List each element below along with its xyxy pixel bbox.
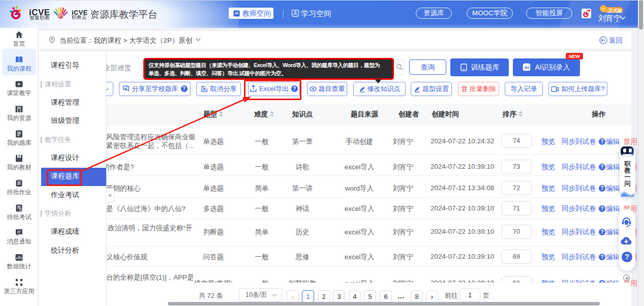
svg-text:Ai: Ai bbox=[525, 65, 530, 70]
